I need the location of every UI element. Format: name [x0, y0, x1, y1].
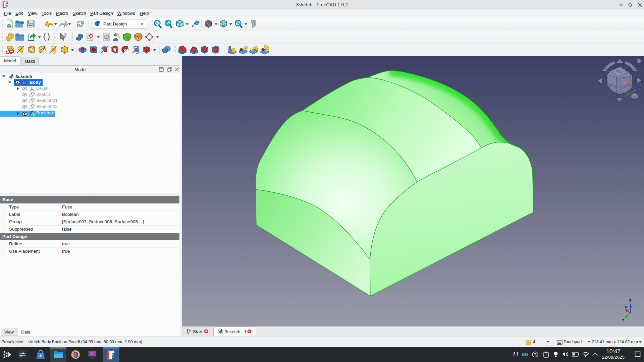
svg-text:Z: Z	[629, 299, 632, 303]
svg-text:X: X	[625, 305, 627, 309]
svg-text:Y: Y	[622, 318, 625, 322]
svg-text:?: ?	[64, 32, 67, 38]
